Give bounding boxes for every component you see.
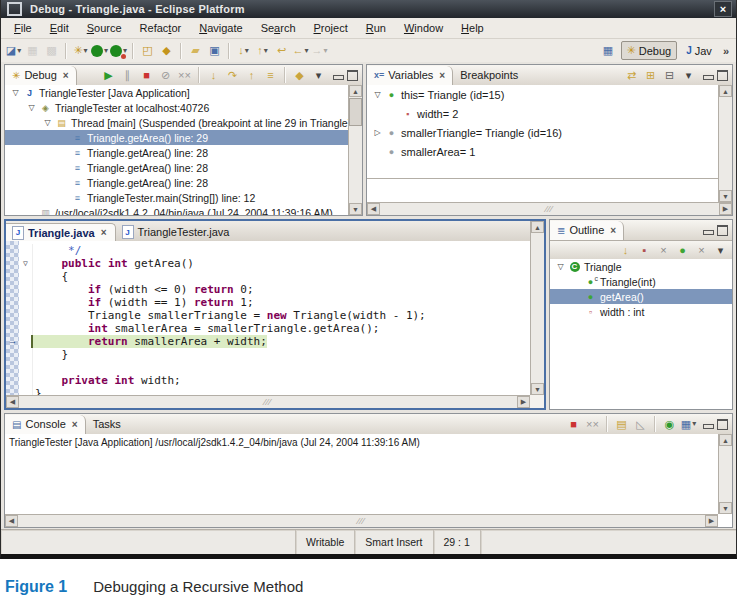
debug-vertical-scrollbar[interactable]: ▲ ▼ (348, 85, 362, 215)
step-over-button[interactable]: ↷ (224, 66, 241, 84)
code-editor[interactable]: */▽ public int getArea() { if (width <= … (19, 241, 530, 395)
resume-button[interactable]: ▶ (100, 66, 117, 84)
expander-open-icon[interactable]: ▽ (9, 88, 22, 97)
editor-horizontal-scrollbar[interactable]: ◀ ⁄⁄⁄ ▶ (6, 395, 530, 408)
search-button[interactable]: ◆ (158, 42, 175, 60)
menu-refactor[interactable]: Refactor (131, 19, 191, 37)
debug-tree-item[interactable]: ▥/usr/local/j2sdk1.4.2_04/bin/java (Jul … (5, 205, 348, 215)
show-type-names-button[interactable]: ⇄ (623, 66, 640, 84)
scroll-down-icon[interactable]: ▼ (531, 383, 544, 395)
dropdown-arrow-icon[interactable]: ▾ (305, 47, 309, 55)
dropdown-arrow-icon[interactable]: ▾ (104, 47, 108, 55)
menu-navigate[interactable]: Navigate (190, 19, 251, 37)
scrollbar-thumb[interactable] (349, 98, 362, 126)
maximize-button[interactable] (717, 225, 728, 236)
dropdown-arrow-icon[interactable]: ▾ (245, 47, 249, 55)
minimize-button[interactable] (703, 424, 714, 429)
scrollbar-grip[interactable]: ⁄⁄⁄ (18, 516, 705, 526)
window-close-button[interactable]: × (714, 1, 732, 17)
scroll-down-icon[interactable]: ▼ (349, 203, 362, 215)
clear-console-button[interactable]: ◺ (632, 415, 649, 433)
debug-tree-item[interactable]: ≡Triangle.getArea() line: 29 (5, 130, 348, 145)
hide-local-types-button[interactable]: × (693, 241, 710, 259)
menu-project[interactable]: Project (305, 19, 357, 37)
scroll-down-icon[interactable]: ▼ (719, 190, 732, 202)
fold-marker-icon[interactable]: ▽ (19, 257, 33, 270)
menu-help[interactable]: Help (452, 19, 493, 37)
expander-closed-icon[interactable]: ▷ (371, 128, 384, 137)
view-menu-button[interactable]: ▾ (680, 66, 697, 84)
expander-open-icon[interactable]: ▽ (554, 262, 567, 271)
dropdown-arrow-icon[interactable]: ▾ (84, 47, 88, 55)
menu-source[interactable]: Source (78, 19, 131, 37)
dropdown-arrow-icon[interactable]: ▾ (17, 47, 21, 55)
minimize-button[interactable] (703, 230, 714, 235)
scroll-up-icon[interactable]: ▲ (719, 85, 732, 97)
maximize-button[interactable] (717, 70, 728, 81)
variable-item[interactable]: ▪width= 2 (367, 104, 718, 123)
open-perspective-button[interactable]: ▦ (600, 42, 617, 60)
debug-tree-item[interactable]: ≡Triangle.getArea() line: 28 (5, 160, 348, 175)
new-wizard-button[interactable]: ◪▾ (5, 42, 22, 60)
forward-button[interactable]: →▾ (311, 42, 328, 60)
expander-open-icon[interactable]: ▽ (371, 90, 384, 99)
last-edit-location-button[interactable]: ↩ (273, 42, 290, 60)
menu-search[interactable]: Search (252, 19, 305, 37)
scroll-left-icon[interactable]: ◀ (5, 515, 18, 527)
view-menu-button[interactable]: ▾ (712, 241, 729, 259)
tab-variables[interactable]: x= Variables × (367, 66, 453, 85)
menu-window[interactable]: Window (395, 19, 452, 37)
show-logical-structure-button[interactable]: ⊞ (642, 66, 659, 84)
filter-stack-frames-button[interactable]: ◆ (291, 66, 308, 84)
previous-annotation-button[interactable]: ↑▾ (254, 42, 271, 60)
tab-debug[interactable]: ✳ Debug × (5, 66, 77, 85)
window-menu-icon[interactable] (7, 2, 22, 16)
variables-horizontal-scrollbar[interactable]: ◀ ⁄⁄⁄ ▶ (367, 202, 732, 215)
dropdown-arrow-icon[interactable]: ▾ (264, 47, 268, 55)
minimize-button[interactable] (333, 75, 344, 80)
java-perspective-button[interactable]: J Jav (680, 42, 718, 60)
pin-console-button[interactable]: ◉ (661, 415, 678, 433)
scroll-up-icon[interactable]: ▲ (719, 434, 732, 446)
close-icon[interactable]: × (439, 70, 445, 81)
scroll-right-icon[interactable]: ▶ (719, 203, 732, 215)
debug-perspective-button[interactable]: ✳ Debug (621, 41, 678, 60)
variables-vertical-scrollbar[interactable]: ▲ ▼ (718, 85, 732, 202)
variable-item[interactable]: ▷●smallerTriangle= Triangle (id=16) (367, 123, 718, 142)
step-into-button[interactable]: ↓ (205, 66, 222, 84)
outline-item[interactable]: ●cTriangle(int) (550, 274, 732, 289)
variables-detail-pane[interactable] (367, 178, 718, 202)
console-vertical-scrollbar[interactable]: ▲ ▼ (718, 434, 732, 514)
scrollbar-grip[interactable]: ⁄⁄⁄ (380, 204, 719, 214)
perspective-overflow-chevron[interactable]: » (721, 45, 731, 57)
debug-tree-item[interactable]: ≡Triangle.getArea() line: 28 (5, 145, 348, 160)
open-type-button[interactable]: ◰ (139, 42, 156, 60)
scroll-up-icon[interactable]: ▲ (349, 85, 362, 97)
next-annotation-button[interactable]: ↓▾ (235, 42, 252, 60)
debug-launch-button[interactable]: ✳▾ (72, 42, 89, 60)
expander-open-icon[interactable]: ▽ (41, 118, 54, 127)
back-button[interactable]: ←▾ (292, 42, 309, 60)
annotation-ruler[interactable]: → (6, 241, 19, 395)
console-horizontal-scrollbar[interactable]: ◀ ⁄⁄⁄ ▶ (5, 514, 718, 527)
scroll-left-icon[interactable]: ◀ (367, 203, 380, 215)
scroll-down-icon[interactable]: ▼ (719, 502, 732, 514)
scroll-right-icon[interactable]: ▶ (705, 515, 718, 527)
scrollbar-grip[interactable]: ⁄⁄⁄ (19, 397, 517, 407)
debug-tree-item[interactable]: ▽▤Thread [main] (Suspended (breakpoint a… (5, 115, 348, 130)
debug-tree-item[interactable]: ▽◈TriangleTester at localhost:40726 (5, 100, 348, 115)
hide-non-public-members-button[interactable]: ● (674, 241, 691, 259)
dropdown-arrow-icon[interactable]: ▾ (692, 420, 696, 428)
disconnect-button[interactable]: ⊘ (157, 66, 174, 84)
outline-item[interactable]: ▽CTriangle (550, 259, 732, 274)
show-qualified-names-button[interactable]: ≡ (262, 66, 279, 84)
menu-run[interactable]: Run (357, 19, 395, 37)
maximize-button[interactable] (347, 70, 358, 81)
scroll-right-icon[interactable]: ▶ (517, 396, 530, 408)
tab-triangletester-java[interactable]: J TriangleTester.java (116, 223, 238, 241)
print-button[interactable]: ▩ (43, 42, 60, 60)
maximize-button[interactable] (717, 419, 728, 430)
view-menu-button[interactable]: ▾ (310, 66, 327, 84)
debug-tree-item[interactable]: ▽JTriangleTester [Java Application] (5, 85, 348, 100)
external-tools-launch-button[interactable]: ▶▾ (110, 42, 127, 60)
